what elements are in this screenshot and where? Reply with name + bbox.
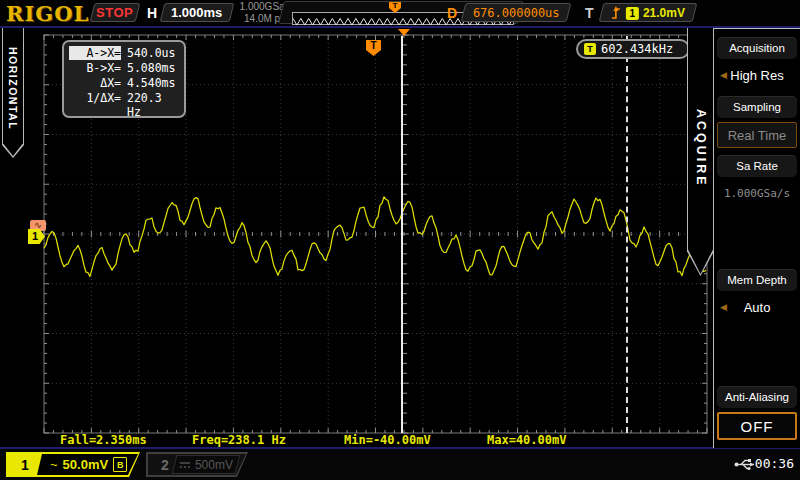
menu-item-acquisition[interactable]: Acquisition <box>717 37 797 59</box>
menu-value-text: High Res <box>730 68 783 83</box>
delay-badge[interactable]: 676.000000us <box>461 3 572 22</box>
run-state-badge[interactable]: STOP <box>90 3 141 22</box>
menu-item-mem-depth[interactable]: Mem Depth <box>717 269 797 291</box>
top-status-bar: RIGOL STOP H 1.000ms 1.000GSa/s 14.0M pt… <box>0 0 800 26</box>
menu-value-sa-rate: 1.000GSa/s <box>717 181 797 205</box>
menu-item-sampling[interactable]: Sampling <box>717 96 797 118</box>
frequency-counter-badge: T 602.434kHz <box>576 39 690 59</box>
rising-edge-icon <box>611 6 622 20</box>
acquire-soft-menu: Acquisition ◀ High Res Sampling Real Tim… <box>713 28 800 448</box>
cursor-row-value: 4.540ms <box>127 76 179 90</box>
cursor-row-value: 220.3 Hz <box>127 91 179 119</box>
left-arrow-icon: ◀ <box>720 70 727 80</box>
tab-acquire-label: ACQUIRE <box>687 34 714 262</box>
timebase-value: 1.000ms <box>171 5 222 20</box>
cursor-row-value: 5.080ms <box>127 61 179 75</box>
menu-value-sampling[interactable]: Real Time <box>717 122 797 148</box>
cursor-row-label: A->X= <box>69 46 121 60</box>
delay-d-label: D <box>447 5 457 21</box>
trigger-status-badge[interactable]: 1 21.0mV <box>599 3 698 22</box>
menu-value-mem-depth[interactable]: ◀ Auto <box>717 295 797 319</box>
freq-counter-trigger-icon: T <box>584 43 596 55</box>
tab-horizontal-label: HORIZONTAL <box>2 34 24 144</box>
menu-value-text: Auto <box>744 300 771 315</box>
left-arrow-icon: ◀ <box>720 302 727 312</box>
channel2-scale: 500mV <box>195 458 233 472</box>
measurement-freq[interactable]: Freq=238.1 Hz <box>192 433 286 447</box>
oscilloscope-screen: RIGOL STOP H 1.000ms 1.000GSa/s 14.0M pt… <box>0 0 800 480</box>
timebase-badge[interactable]: 1.000ms <box>160 3 235 22</box>
cursor-row-value: 540.0us <box>127 46 179 60</box>
delay-value: 676.000000us <box>473 6 560 20</box>
channel1-scale: 50.0mV <box>63 457 109 472</box>
cursor-b-line[interactable] <box>626 36 628 433</box>
ac-coupling-icon: ~ <box>50 457 58 472</box>
measurement-max[interactable]: Max=40.00mV <box>487 433 566 447</box>
delay-position-triangle-icon[interactable] <box>398 29 410 36</box>
run-state-label: STOP <box>96 5 133 20</box>
horizontal-h-label: H <box>147 5 157 21</box>
menu-value-text: OFF <box>741 418 774 435</box>
trigger-level-value: 21.0mV <box>643 6 685 20</box>
channel1-badge[interactable]: 1 ~ 50.0mV B <box>6 452 140 477</box>
cursor-a-line[interactable] <box>401 36 403 433</box>
menu-value-text: Real Time <box>728 128 787 143</box>
cursor-row-label: 1/ΔX= <box>69 91 121 119</box>
cursor-row-label: B->X= <box>69 61 121 75</box>
dc-coupling-icon <box>179 461 191 469</box>
clock-readout: 00:36 <box>755 456 794 471</box>
measurement-min[interactable]: Min=-40.00mV <box>344 433 431 447</box>
channel1-badge-bg: 1 ~ 50.0mV B <box>8 454 138 475</box>
cursor-measurement-box[interactable]: A->X= 540.0us B->X= 5.080ms ΔX= 4.540ms … <box>62 40 186 118</box>
bandwidth-limit-icon: B <box>113 457 127 472</box>
trigger-t-label: T <box>585 5 594 21</box>
trigger-source-channel: 1 <box>626 6 639 19</box>
channel2-scale-box: 500mV <box>172 455 241 474</box>
menu-item-sa-rate[interactable]: Sa Rate <box>717 155 797 177</box>
menu-value-text: 1.000GSa/s <box>724 187 790 200</box>
usb-icon <box>734 457 756 475</box>
tab-horizontal[interactable]: HORIZONTAL <box>2 28 24 158</box>
cursor-row-label: ΔX= <box>69 76 121 90</box>
menu-value-acquisition[interactable]: ◀ High Res <box>717 63 797 87</box>
tab-acquire[interactable]: ACQUIRE <box>687 28 714 276</box>
bottom-channel-bar: 1 ~ 50.0mV B 2 500mV <box>0 449 800 480</box>
menu-item-anti-aliasing[interactable]: Anti-Aliasing <box>717 386 797 408</box>
rigol-logo: RIGOL <box>6 1 89 26</box>
channel2-badge[interactable]: 2 500mV <box>146 452 248 477</box>
channel1-number: 1 <box>8 454 42 475</box>
menu-value-anti-aliasing[interactable]: OFF <box>717 412 797 440</box>
freq-counter-value: 602.434kHz <box>601 42 673 56</box>
measurement-fall[interactable]: Fall=2.350ms <box>60 433 147 447</box>
